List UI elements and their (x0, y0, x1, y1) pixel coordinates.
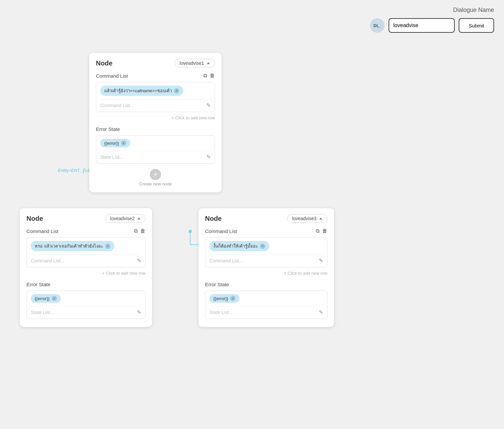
node3-error-section: Error State {{error}} × State List... ✎ (205, 282, 327, 319)
node1-chevron-up[interactable] (207, 62, 210, 64)
node1-name-badge: loveadvise1 (175, 59, 215, 67)
node2-command-area: หรอ แล้วเวลาเจอกันเค้าทำตัวยังไงอะ × Com… (26, 237, 146, 267)
node3-delete-icon[interactable]: 🗑 (322, 228, 327, 234)
node2-tag-close[interactable]: × (105, 244, 110, 249)
node3-add-row[interactable]: + Click to add new row (205, 269, 327, 277)
node1-state-input-row: State List... ✎ (100, 151, 211, 160)
node3-name: loveadvise3 (292, 216, 316, 221)
node2-state-input-row: State List... ✎ (31, 306, 141, 315)
node1-error-section: Error State {{error}} × State List... ✎ (96, 126, 215, 164)
node3-error-tag: {{error}} × (209, 294, 239, 303)
node3-title: Node (205, 215, 222, 222)
node1-delete-icon[interactable]: 🗑 (210, 73, 215, 79)
node3-error-tag-close[interactable]: × (230, 296, 235, 301)
node3-state-input-row: State List... ✎ (209, 306, 323, 315)
node2-header: Node loveadvise2 (26, 214, 146, 223)
node1-state-placeholder: State List... (100, 154, 123, 160)
dialogue-name-label: Dialogue Name (453, 7, 494, 14)
node1-command-list-label: Command List ⧉ 🗑 (96, 73, 215, 79)
node2-name-badge: loveadvise2 (105, 214, 146, 223)
avatar: DL_ (370, 18, 385, 33)
svg-point-2 (189, 230, 192, 233)
node1-name: loveadvise1 (180, 60, 204, 66)
node-card-1: Node loveadvise1 Command List ⧉ 🗑 แล้วเค… (89, 53, 222, 192)
node2-command-list-label: Command List ⧉ 🗑 (26, 228, 146, 234)
node3-error-area: {{error}} × State List... ✎ (205, 291, 327, 319)
node1-input-row: Command List... ✎ (100, 99, 211, 108)
node3-error-label: Error State (205, 282, 327, 287)
node3-header: Node loveadvise3 (205, 214, 327, 223)
node1-error-area: {{error}} × State List... ✎ (96, 135, 215, 164)
node1-add-row[interactable]: + Click to add new row (96, 114, 215, 122)
node2-error-tag-close[interactable]: × (52, 296, 57, 301)
node1-command-icons: ⧉ 🗑 (203, 73, 215, 79)
node1-title: Node (96, 59, 112, 67)
node3-tag-close[interactable]: × (260, 244, 265, 249)
node2-error-area: {{error}} × State List... ✎ (26, 291, 146, 319)
node1-command-placeholder: Command List... (100, 103, 134, 108)
node2-title: Node (26, 215, 43, 222)
node2-error-tag: {{error}} × (31, 294, 61, 303)
node3-state-placeholder: State List... (209, 310, 232, 315)
node3-command-area: งั้นก็ต้องทำให้เค้ารู้มั้ยอะ × Command L… (205, 237, 327, 267)
node1-create-area: + Create new node (96, 166, 215, 186)
node1-header: Node loveadvise1 (96, 59, 215, 67)
canvas: Entity=ENT_รู้แล้ว Entity=ENT_ยังไม่รู้ … (0, 40, 504, 429)
node3-state-edit-icon[interactable]: ✎ (319, 309, 323, 315)
node2-input-row: Command List... ✎ (31, 254, 141, 264)
node2-name: loveadvise2 (110, 216, 135, 221)
node3-name-badge: loveadvise3 (287, 214, 327, 223)
node2-error-label: Error State (26, 282, 146, 287)
node2-state-edit-icon[interactable]: ✎ (137, 309, 141, 315)
header: Dialogue Name DL_ Submit (306, 0, 504, 39)
node-card-2: Node loveadvise2 Command List ⧉ 🗑 หรอ แล… (20, 208, 152, 327)
node2-delete-icon[interactable]: 🗑 (140, 228, 146, 234)
node1-create-label: Create new node (139, 181, 172, 186)
node1-copy-icon[interactable]: ⧉ (203, 73, 207, 79)
node3-command-list-label: Command List ⧉ 🗑 (205, 228, 327, 234)
node3-input-row: Command List... ✎ (209, 254, 323, 264)
node2-command-placeholder: Command List... (31, 258, 64, 263)
node3-copy-icon[interactable]: ⧉ (316, 228, 319, 234)
node3-command-placeholder: Command List... (209, 258, 243, 263)
node1-command-area: แล้วเค้ารู้ยังว่า<<callname>>ชอบเค้า × C… (96, 82, 215, 112)
node1-command-tag: แล้วเค้ารู้ยังว่า<<callname>>ชอบเค้า × (100, 86, 183, 96)
node3-chevron-up[interactable] (319, 217, 322, 219)
dialogue-input[interactable] (389, 18, 455, 33)
node1-error-tag: {{error}} × (100, 139, 130, 147)
node2-copy-icon[interactable]: ⧉ (134, 228, 138, 234)
node1-edit-icon[interactable]: ✎ (206, 102, 211, 108)
submit-button[interactable]: Submit (459, 18, 494, 33)
node2-chevron-up[interactable] (137, 217, 141, 219)
node2-state-placeholder: State List... (31, 310, 54, 315)
node3-command-icons: ⧉ 🗑 (316, 228, 327, 234)
node2-add-row[interactable]: + Click to add new row (26, 269, 146, 277)
node-card-3: Node loveadvise3 Command List ⧉ 🗑 งั้นก็… (198, 208, 334, 327)
node1-create-button[interactable]: + (150, 169, 161, 180)
node1-tag-close[interactable]: × (174, 88, 179, 94)
node1-error-tag-close[interactable]: × (121, 140, 126, 146)
node2-command-tag: หรอ แล้วเวลาเจอกันเค้าทำตัวยังไงอะ × (31, 241, 114, 251)
node2-edit-icon[interactable]: ✎ (137, 257, 141, 264)
node1-state-edit-icon[interactable]: ✎ (206, 154, 211, 160)
node3-edit-icon[interactable]: ✎ (319, 257, 323, 264)
connection-label-1: Entity=ENT_รู้แล้ว (58, 167, 92, 174)
node1-error-label: Error State (96, 126, 215, 132)
node2-command-icons: ⧉ 🗑 (134, 228, 146, 234)
header-controls: DL_ Submit (370, 18, 494, 33)
node2-error-section: Error State {{error}} × State List... ✎ (26, 282, 146, 319)
node3-command-tag: งั้นก็ต้องทำให้เค้ารู้มั้ยอะ × (209, 241, 269, 251)
